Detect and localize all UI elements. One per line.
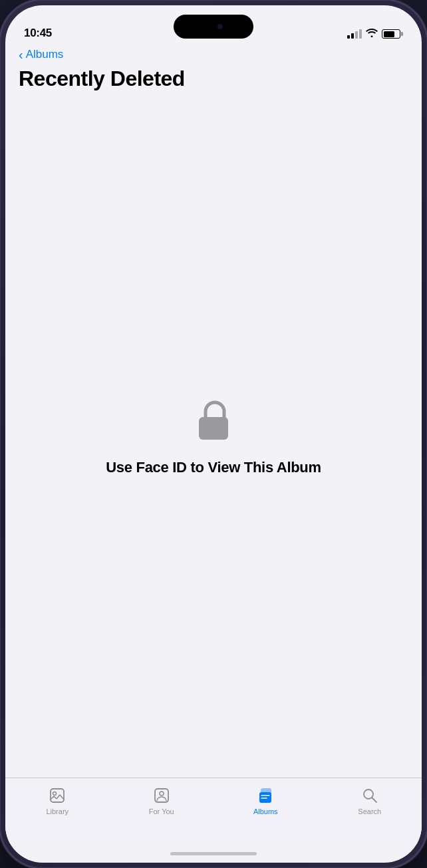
- phone-device: 10:45 7: [0, 0, 427, 868]
- tab-bar: Library For You: [5, 778, 422, 844]
- back-chevron-icon: ‹: [19, 48, 23, 61]
- lock-icon: [192, 397, 235, 445]
- home-bar: [170, 852, 257, 855]
- camera-dot: [217, 24, 223, 29]
- tab-albums-label: Albums: [253, 807, 278, 815]
- svg-point-2: [53, 792, 57, 796]
- lock-message: Use Face ID to View This Album: [106, 458, 321, 478]
- svg-rect-6: [259, 792, 271, 803]
- lock-container: Use Face ID to View This Album: [106, 397, 321, 478]
- albums-icon: [256, 786, 275, 805]
- tab-for-you[interactable]: For You: [110, 786, 214, 815]
- tab-library-label: Library: [46, 807, 69, 815]
- svg-line-10: [372, 798, 376, 803]
- status-time: 10:45: [24, 27, 52, 40]
- dynamic-island: [174, 15, 253, 39]
- wifi-icon: [366, 28, 378, 40]
- nav-header: ‹ Albums Recently Deleted: [5, 45, 422, 96]
- tab-search[interactable]: Search: [318, 786, 422, 815]
- tab-library[interactable]: Library: [5, 786, 110, 815]
- signal-icon: [347, 29, 362, 39]
- library-icon: [48, 786, 67, 805]
- svg-rect-1: [51, 789, 64, 802]
- tab-albums[interactable]: Albums: [214, 786, 318, 815]
- page-title: Recently Deleted: [19, 67, 408, 91]
- svg-rect-0: [199, 417, 228, 440]
- search-icon: [360, 786, 379, 805]
- home-indicator: [5, 844, 422, 863]
- main-content: Use Face ID to View This Album: [5, 96, 422, 778]
- tab-search-label: Search: [358, 807, 381, 815]
- back-button[interactable]: ‹ Albums: [19, 48, 63, 61]
- for-you-icon: [152, 786, 171, 805]
- battery-icon: 74: [382, 29, 403, 39]
- svg-point-4: [160, 792, 164, 796]
- phone-screen: 10:45 7: [5, 5, 422, 863]
- tab-for-you-label: For You: [149, 807, 174, 815]
- status-icons: 74: [347, 28, 403, 40]
- back-label: Albums: [26, 48, 64, 61]
